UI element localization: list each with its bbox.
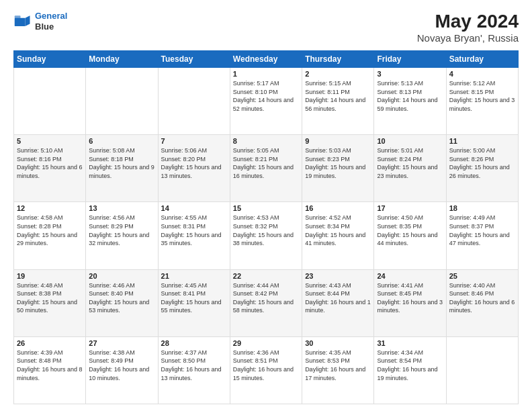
day-number: 30 xyxy=(305,339,371,347)
day-number: 9 xyxy=(305,137,371,145)
day-info: Sunrise: 4:35 AMSunset: 8:53 PMDaylight:… xyxy=(305,349,371,382)
day-number: 11 xyxy=(449,137,515,145)
day-number: 17 xyxy=(377,204,443,212)
day-number: 20 xyxy=(89,272,154,280)
weekday-header-friday: Friday xyxy=(374,51,446,68)
calendar-cell: 5Sunrise: 5:10 AMSunset: 8:16 PMDaylight… xyxy=(14,135,86,202)
day-info: Sunrise: 5:00 AMSunset: 8:26 PMDaylight:… xyxy=(449,146,515,180)
weekday-header-saturday: Saturday xyxy=(446,51,518,68)
svg-rect-0 xyxy=(15,17,26,26)
day-number: 22 xyxy=(233,272,299,280)
day-number: 21 xyxy=(161,272,227,280)
calendar-cell: 31Sunrise: 4:34 AMSunset: 8:54 PMDayligh… xyxy=(374,336,446,404)
calendar-cell: 29Sunrise: 4:36 AMSunset: 8:51 PMDayligh… xyxy=(230,336,302,404)
day-info: Sunrise: 5:01 AMSunset: 8:24 PMDaylight:… xyxy=(377,146,443,180)
day-number: 7 xyxy=(161,137,227,145)
header: General Blue May 2024 Novaya Bryan', Rus… xyxy=(13,11,519,44)
calendar-cell: 8Sunrise: 5:05 AMSunset: 8:21 PMDaylight… xyxy=(230,135,302,202)
calendar-cell: 24Sunrise: 4:41 AMSunset: 8:45 PMDayligh… xyxy=(374,269,446,336)
weekday-header-thursday: Thursday xyxy=(302,51,374,68)
calendar-cell: 14Sunrise: 4:55 AMSunset: 8:31 PMDayligh… xyxy=(158,202,230,269)
day-info: Sunrise: 4:58 AMSunset: 8:28 PMDaylight:… xyxy=(17,214,83,247)
day-info: Sunrise: 4:50 AMSunset: 8:35 PMDaylight:… xyxy=(377,214,443,247)
svg-marker-1 xyxy=(26,15,30,26)
calendar-cell: 13Sunrise: 4:56 AMSunset: 8:29 PMDayligh… xyxy=(86,202,158,269)
day-info: Sunrise: 5:15 AMSunset: 8:11 PMDaylight:… xyxy=(305,79,371,113)
day-number: 5 xyxy=(17,137,83,145)
day-info: Sunrise: 4:36 AMSunset: 8:51 PMDaylight:… xyxy=(233,349,299,382)
day-number: 25 xyxy=(449,272,515,280)
day-number: 29 xyxy=(233,339,299,347)
day-info: Sunrise: 5:10 AMSunset: 8:16 PMDaylight:… xyxy=(17,146,83,180)
day-info: Sunrise: 4:48 AMSunset: 8:38 PMDaylight:… xyxy=(17,281,83,315)
day-info: Sunrise: 4:46 AMSunset: 8:40 PMDaylight:… xyxy=(89,281,154,315)
day-number: 2 xyxy=(305,70,371,78)
calendar-cell: 22Sunrise: 4:44 AMSunset: 8:42 PMDayligh… xyxy=(230,269,302,336)
day-info: Sunrise: 4:56 AMSunset: 8:29 PMDaylight:… xyxy=(89,214,154,247)
day-info: Sunrise: 4:49 AMSunset: 8:37 PMDaylight:… xyxy=(449,214,515,247)
day-info: Sunrise: 4:43 AMSunset: 8:44 PMDaylight:… xyxy=(305,281,371,315)
day-number: 27 xyxy=(89,339,154,347)
week-row-3: 12Sunrise: 4:58 AMSunset: 8:28 PMDayligh… xyxy=(14,202,519,269)
day-info: Sunrise: 5:05 AMSunset: 8:21 PMDaylight:… xyxy=(233,146,299,180)
weekday-header-wednesday: Wednesday xyxy=(230,51,302,68)
week-row-5: 26Sunrise: 4:39 AMSunset: 8:48 PMDayligh… xyxy=(14,336,519,404)
logo-icon xyxy=(13,12,32,31)
day-info: Sunrise: 5:06 AMSunset: 8:20 PMDaylight:… xyxy=(161,146,227,180)
calendar-cell: 15Sunrise: 4:53 AMSunset: 8:32 PMDayligh… xyxy=(230,202,302,269)
calendar-cell: 20Sunrise: 4:46 AMSunset: 8:40 PMDayligh… xyxy=(86,269,158,336)
day-info: Sunrise: 4:40 AMSunset: 8:46 PMDaylight:… xyxy=(449,281,515,315)
day-number: 24 xyxy=(377,272,443,280)
day-info: Sunrise: 4:38 AMSunset: 8:49 PMDaylight:… xyxy=(89,349,154,382)
calendar-cell: 23Sunrise: 4:43 AMSunset: 8:44 PMDayligh… xyxy=(302,269,374,336)
calendar-cell: 9Sunrise: 5:03 AMSunset: 8:23 PMDaylight… xyxy=(302,135,374,202)
day-number: 8 xyxy=(233,137,299,145)
day-info: Sunrise: 5:12 AMSunset: 8:15 PMDaylight:… xyxy=(449,79,515,113)
day-info: Sunrise: 5:17 AMSunset: 8:10 PMDaylight:… xyxy=(233,79,299,113)
calendar-cell: 10Sunrise: 5:01 AMSunset: 8:24 PMDayligh… xyxy=(374,135,446,202)
calendar-cell: 21Sunrise: 4:45 AMSunset: 8:41 PMDayligh… xyxy=(158,269,230,336)
svg-rect-2 xyxy=(15,15,21,18)
day-info: Sunrise: 4:34 AMSunset: 8:54 PMDaylight:… xyxy=(377,349,443,382)
calendar-table: SundayMondayTuesdayWednesdayThursdayFrid… xyxy=(13,50,519,404)
day-number: 19 xyxy=(17,272,83,280)
weekday-header-sunday: Sunday xyxy=(14,51,86,68)
calendar-cell: 7Sunrise: 5:06 AMSunset: 8:20 PMDaylight… xyxy=(158,135,230,202)
logo-line2: Blue xyxy=(35,21,67,32)
calendar-cell: 6Sunrise: 5:08 AMSunset: 8:18 PMDaylight… xyxy=(86,135,158,202)
day-number: 15 xyxy=(233,204,299,212)
day-info: Sunrise: 5:03 AMSunset: 8:23 PMDaylight:… xyxy=(305,146,371,180)
logo: General Blue xyxy=(13,11,67,32)
day-info: Sunrise: 5:08 AMSunset: 8:18 PMDaylight:… xyxy=(89,146,154,180)
day-number: 18 xyxy=(449,204,515,212)
day-info: Sunrise: 5:13 AMSunset: 8:13 PMDaylight:… xyxy=(377,79,443,113)
calendar-cell: 4Sunrise: 5:12 AMSunset: 8:15 PMDaylight… xyxy=(446,68,518,135)
weekday-header-tuesday: Tuesday xyxy=(158,51,230,68)
week-row-2: 5Sunrise: 5:10 AMSunset: 8:16 PMDaylight… xyxy=(14,135,519,202)
calendar-cell: 25Sunrise: 4:40 AMSunset: 8:46 PMDayligh… xyxy=(446,269,518,336)
day-info: Sunrise: 4:41 AMSunset: 8:45 PMDaylight:… xyxy=(377,281,443,315)
day-number: 10 xyxy=(377,137,443,145)
calendar-cell: 16Sunrise: 4:52 AMSunset: 8:34 PMDayligh… xyxy=(302,202,374,269)
calendar-cell: 19Sunrise: 4:48 AMSunset: 8:38 PMDayligh… xyxy=(14,269,86,336)
weekday-header-row: SundayMondayTuesdayWednesdayThursdayFrid… xyxy=(14,51,519,68)
calendar-cell: 11Sunrise: 5:00 AMSunset: 8:26 PMDayligh… xyxy=(446,135,518,202)
title-block: May 2024 Novaya Bryan', Russia xyxy=(417,11,519,44)
calendar-cell: 2Sunrise: 5:15 AMSunset: 8:11 PMDaylight… xyxy=(302,68,374,135)
page: General Blue May 2024 Novaya Bryan', Rus… xyxy=(0,0,532,411)
day-number: 12 xyxy=(17,204,83,212)
day-number: 1 xyxy=(233,70,299,78)
day-info: Sunrise: 4:44 AMSunset: 8:42 PMDaylight:… xyxy=(233,281,299,315)
calendar-cell: 30Sunrise: 4:35 AMSunset: 8:53 PMDayligh… xyxy=(302,336,374,404)
day-info: Sunrise: 4:37 AMSunset: 8:50 PMDaylight:… xyxy=(161,349,227,382)
day-number: 3 xyxy=(377,70,443,78)
day-number: 23 xyxy=(305,272,371,280)
calendar-cell: 1Sunrise: 5:17 AMSunset: 8:10 PMDaylight… xyxy=(230,68,302,135)
day-number: 16 xyxy=(305,204,371,212)
weekday-header-monday: Monday xyxy=(86,51,158,68)
week-row-1: 1Sunrise: 5:17 AMSunset: 8:10 PMDaylight… xyxy=(14,68,519,135)
day-info: Sunrise: 4:55 AMSunset: 8:31 PMDaylight:… xyxy=(161,214,227,247)
calendar-cell xyxy=(158,68,230,135)
day-number: 14 xyxy=(161,204,227,212)
calendar-cell: 28Sunrise: 4:37 AMSunset: 8:50 PMDayligh… xyxy=(158,336,230,404)
